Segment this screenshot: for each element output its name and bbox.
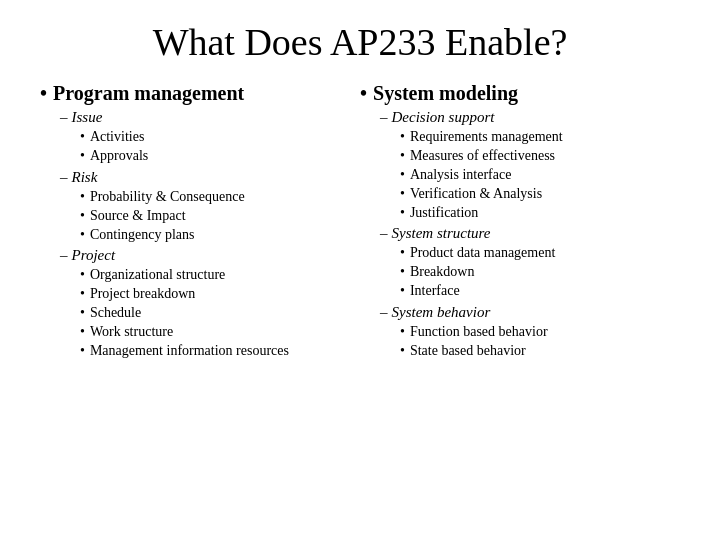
- list-item: Measures of effectiveness: [400, 147, 670, 166]
- left-section-risk: Risk Probability & Consequence Source & …: [60, 169, 350, 245]
- list-item: Probability & Consequence: [80, 188, 350, 207]
- decision-items: Requirements management Measures of effe…: [400, 128, 670, 222]
- list-item: Justification: [400, 204, 670, 223]
- list-item: Approvals: [80, 147, 350, 166]
- right-heading: System modeling: [360, 82, 670, 105]
- list-item: Verification & Analysis: [400, 185, 670, 204]
- right-section-structure: System structure Product data management…: [380, 225, 670, 301]
- left-column: Program management Issue Activities Appr…: [40, 82, 360, 520]
- behavior-items: Function based behavior State based beha…: [400, 323, 670, 361]
- structure-label: System structure: [380, 225, 670, 242]
- left-section-issue: Issue Activities Approvals: [60, 109, 350, 166]
- issue-label: Issue: [60, 109, 350, 126]
- risk-items: Probability & Consequence Source & Impac…: [80, 188, 350, 245]
- list-item: Source & Impact: [80, 207, 350, 226]
- list-item: Product data management: [400, 244, 670, 263]
- structure-items: Product data management Breakdown Interf…: [400, 244, 670, 301]
- list-item: Breakdown: [400, 263, 670, 282]
- list-item: Activities: [80, 128, 350, 147]
- decision-label: Decision support: [380, 109, 670, 126]
- list-item: State based behavior: [400, 342, 670, 361]
- list-item: Project breakdown: [80, 285, 350, 304]
- list-item: Contingency plans: [80, 226, 350, 245]
- issue-items: Activities Approvals: [80, 128, 350, 166]
- left-heading: Program management: [40, 82, 350, 105]
- list-item: Management information resources: [80, 342, 350, 361]
- right-section-decision: Decision support Requirements management…: [380, 109, 670, 222]
- list-item: Schedule: [80, 304, 350, 323]
- project-items: Organizational structure Project breakdo…: [80, 266, 350, 360]
- page-title: What Does AP233 Enable?: [40, 20, 680, 64]
- list-item: Work structure: [80, 323, 350, 342]
- list-item: Requirements management: [400, 128, 670, 147]
- list-item: Organizational structure: [80, 266, 350, 285]
- behavior-label: System behavior: [380, 304, 670, 321]
- left-section-project: Project Organizational structure Project…: [60, 247, 350, 360]
- list-item: Function based behavior: [400, 323, 670, 342]
- risk-label: Risk: [60, 169, 350, 186]
- right-column: System modeling Decision support Require…: [360, 82, 680, 520]
- right-section-behavior: System behavior Function based behavior …: [380, 304, 670, 361]
- list-item: Interface: [400, 282, 670, 301]
- project-label: Project: [60, 247, 350, 264]
- list-item: Analysis interface: [400, 166, 670, 185]
